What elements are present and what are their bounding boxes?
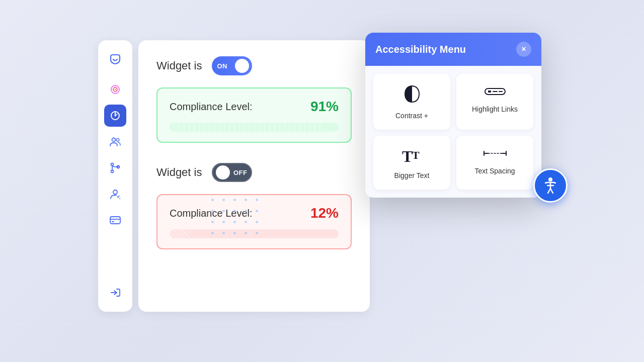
dot [245, 199, 247, 201]
dot [233, 210, 236, 212]
dot [222, 232, 225, 234]
dot [211, 232, 214, 234]
text-spacing-icon [482, 146, 508, 162]
dot [211, 210, 214, 212]
bigger-text-icon: T T [401, 146, 423, 166]
sidebar-item-logo[interactable] [104, 48, 126, 70]
dots-decoration [211, 199, 262, 238]
toggle-off-knob [216, 165, 230, 179]
highlight-links-label: Highlight Links [472, 105, 518, 113]
dot [222, 221, 225, 223]
dot [233, 232, 236, 234]
dot [256, 232, 258, 234]
sidebar-item-analytics[interactable] [104, 105, 126, 127]
bigger-text-label: Bigger Text [394, 171, 430, 179]
dot [233, 221, 236, 223]
svg-rect-13 [112, 221, 114, 222]
dot [222, 210, 225, 212]
svg-point-2 [115, 89, 116, 90]
dot [233, 199, 236, 201]
accessibility-menu-title: Accessibility Menu [375, 44, 466, 55]
svg-text:T: T [402, 147, 413, 164]
highlight-links-icon [484, 84, 506, 100]
svg-point-4 [115, 115, 116, 117]
text-spacing-label: Text Spacing [474, 167, 515, 175]
compliance-title-green: Compliance Level: [170, 101, 253, 113]
svg-point-5 [112, 138, 116, 142]
accessibility-fab[interactable] [533, 168, 568, 203]
svg-rect-12 [110, 217, 120, 224]
accessibility-item-bigger-text[interactable]: T T Bigger Text [373, 136, 450, 190]
accessibility-item-highlight-links[interactable]: Highlight Links [456, 74, 533, 130]
compliance-percent-green: 91% [310, 99, 339, 115]
progress-bar-fill-red [170, 229, 190, 238]
compliance-percent-red: 12% [310, 205, 339, 221]
accessibility-menu-header: Accessibility Menu × [365, 33, 541, 66]
sidebar-item-card[interactable] [104, 209, 126, 231]
dot [222, 199, 225, 201]
contrast-label: Contrast + [395, 112, 428, 120]
toggle-on-knob [235, 59, 249, 73]
sidebar-item-logout[interactable] [104, 282, 126, 304]
accessibility-menu-grid: Contrast + Highlight Links T T [365, 66, 541, 198]
dot [245, 210, 247, 212]
main-content: Widget is ON Compliance Level: 91% Widge… [138, 40, 370, 312]
sidebar-item-users[interactable] [104, 131, 126, 153]
svg-point-10 [113, 190, 117, 194]
sidebar-item-profile[interactable] [104, 183, 126, 205]
svg-point-6 [116, 138, 119, 141]
widget-off-row: Widget is OFF [156, 163, 352, 182]
dot [211, 221, 214, 223]
dot [256, 210, 258, 212]
contrast-icon [403, 84, 421, 107]
sidebar-item-monitor[interactable] [104, 78, 126, 101]
compliance-card-green: Compliance Level: 91% [156, 87, 352, 143]
widget-on-row: Widget is ON [156, 56, 352, 75]
toggle-on[interactable]: ON [212, 56, 252, 75]
compliance-header-green: Compliance Level: 91% [170, 99, 339, 115]
widget-on-label: Widget is [156, 59, 202, 72]
toggle-off-text: OFF [233, 169, 248, 176]
dot [211, 199, 214, 201]
progress-bar-fill-green [170, 123, 324, 132]
svg-point-18 [548, 177, 552, 182]
svg-rect-15 [488, 90, 491, 93]
dot [256, 221, 258, 223]
svg-text:T: T [412, 149, 420, 161]
progress-bar-bg-green [170, 123, 339, 132]
accessibility-item-text-spacing[interactable]: Text Spacing [456, 136, 533, 190]
accessibility-item-contrast[interactable]: Contrast + [373, 74, 450, 130]
sidebar-item-branch[interactable] [104, 157, 126, 179]
close-button[interactable]: × [516, 42, 531, 57]
toggle-off[interactable]: OFF [212, 163, 252, 182]
widget-off-label: Widget is [156, 166, 202, 179]
toggle-on-text: ON [217, 62, 227, 70]
dot [245, 232, 247, 234]
dot [256, 199, 258, 201]
dot [245, 221, 247, 223]
sidebar [98, 40, 132, 312]
accessibility-menu: Accessibility Menu × Contrast + [365, 33, 541, 198]
